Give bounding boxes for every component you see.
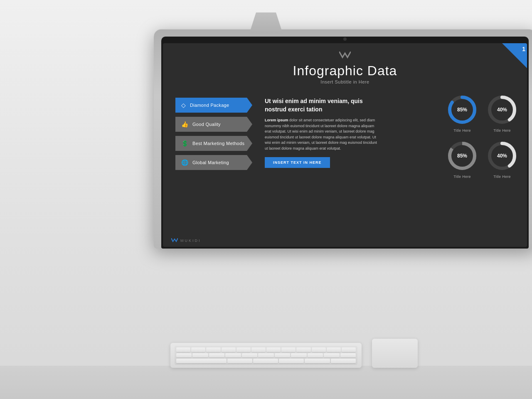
chart-4-title: Title Here — [493, 175, 511, 179]
donut-2: 40% — [485, 93, 519, 126]
keyboard — [170, 343, 362, 368]
arrow-item-3[interactable]: 💲 Best Marketing Methods — [175, 135, 259, 151]
key — [281, 347, 296, 352]
key-row-1 — [176, 347, 356, 352]
key-space — [176, 359, 227, 363]
arrow-item-2[interactable]: 👍 Good Quality — [175, 116, 259, 132]
chart-1-label: 85% — [457, 107, 467, 113]
content-body: Lorem ipsum dolor sit amet consectetuer … — [265, 118, 381, 151]
arrow-label-2: Good Quality — [192, 122, 221, 127]
arrow-shape-gray-4: 🌐 Global Marketing — [175, 155, 252, 170]
scene: 1 Infographic Data Insert Subtitle in He… — [0, 0, 532, 399]
monitor: 1 Infographic Data Insert Subtitle in He… — [154, 29, 532, 249]
body-text: dolor sit amet consectetuer adipiscing e… — [265, 118, 377, 150]
key — [176, 347, 190, 352]
key — [331, 359, 356, 363]
key — [266, 347, 281, 352]
chart-3-label: 85% — [457, 153, 467, 159]
globe-icon: 🌐 — [181, 159, 188, 166]
key — [222, 347, 236, 352]
key — [251, 347, 266, 352]
arrow-label-4: Global Marketing — [192, 160, 229, 165]
key — [192, 353, 208, 358]
monitor-bezel: 1 Infographic Data Insert Subtitle in He… — [161, 37, 529, 249]
footer-logo-icon — [171, 238, 178, 244]
chart-3-title: Title Here — [453, 175, 471, 179]
key — [225, 353, 241, 358]
key — [275, 353, 290, 358]
key — [296, 347, 310, 352]
key — [258, 353, 273, 358]
key — [236, 347, 251, 352]
content-heading: Ut wisi enim ad minim veniam, quis nostr… — [265, 97, 381, 113]
key — [312, 347, 326, 352]
screen: 1 Infographic Data Insert Subtitle in He… — [163, 43, 527, 247]
title-area: Infographic Data Insert Subtitle in Here — [293, 63, 397, 84]
key — [342, 347, 356, 352]
chart-item-4: 40% Title Here — [485, 139, 519, 179]
arrow-item-1[interactable]: ◇ Diamond Package — [175, 97, 259, 113]
monitor-neck — [249, 12, 283, 33]
screen-footer: MUKIDI — [171, 238, 201, 244]
chart-2-title: Title Here — [493, 128, 511, 133]
donut-3: 85% — [446, 139, 479, 172]
key — [279, 359, 304, 363]
chart-2-label: 40% — [497, 107, 507, 113]
key — [340, 353, 356, 358]
chart-item-2: 40% Title Here — [485, 93, 519, 133]
trackpad — [372, 339, 418, 368]
key — [191, 347, 205, 352]
center-content: Ut wisi enim ad minim veniam, quis nostr… — [265, 97, 381, 168]
key — [227, 359, 252, 363]
arrow-item-4[interactable]: 🌐 Global Marketing — [175, 155, 259, 170]
insert-text-button[interactable]: INSERT TEXT IN HERE — [265, 157, 330, 168]
diamond-icon: ◇ — [181, 102, 186, 108]
chart-item-3: 85% Title Here — [446, 139, 479, 179]
key-row-2 — [176, 353, 356, 358]
main-title: Infographic Data — [293, 63, 397, 79]
key — [253, 359, 278, 363]
key — [209, 353, 224, 358]
key — [242, 353, 257, 358]
key — [291, 353, 306, 358]
key — [305, 359, 330, 363]
arrow-shape-blue: ◇ Diamond Package — [175, 98, 252, 113]
key — [327, 347, 341, 352]
arrow-shape-gray-2: 👍 Good Quality — [175, 117, 252, 132]
donut-1: 85% — [446, 93, 479, 126]
footer-brand: MUKIDI — [180, 239, 201, 243]
key — [308, 353, 323, 358]
chart-item-1: 85% Title Here — [446, 93, 479, 133]
donut-4: 40% — [485, 139, 519, 172]
monitor-wrapper: 1 Infographic Data Insert Subtitle in He… — [79, 12, 453, 45]
keyboard-keys — [175, 346, 357, 365]
chart-4-label: 40% — [497, 153, 507, 159]
arrow-shape-gray-3: 💲 Best Marketing Methods — [175, 136, 252, 151]
subtitle: Insert Subtitle in Here — [293, 79, 397, 84]
arrow-label-1: Diamond Package — [190, 103, 229, 108]
right-panel: 85% Title Here 40% — [446, 93, 519, 179]
chart-1-title: Title Here — [453, 128, 471, 133]
page-number: 1 — [522, 46, 525, 52]
arrow-label-3: Best Marketing Methods — [192, 141, 244, 146]
monitor-camera — [343, 37, 347, 41]
body-bold: Lorem ipsum — [265, 118, 288, 122]
key — [324, 353, 339, 358]
key — [206, 347, 220, 352]
key-row-3 — [176, 359, 356, 363]
desk-surface — [0, 366, 532, 399]
thumbsup-icon: 👍 — [181, 121, 188, 128]
dollar-icon: 💲 — [181, 140, 188, 147]
screen-logo-top — [339, 51, 351, 62]
left-panel: ◇ Diamond Package 👍 Good Quality — [175, 97, 259, 174]
key — [176, 353, 192, 358]
